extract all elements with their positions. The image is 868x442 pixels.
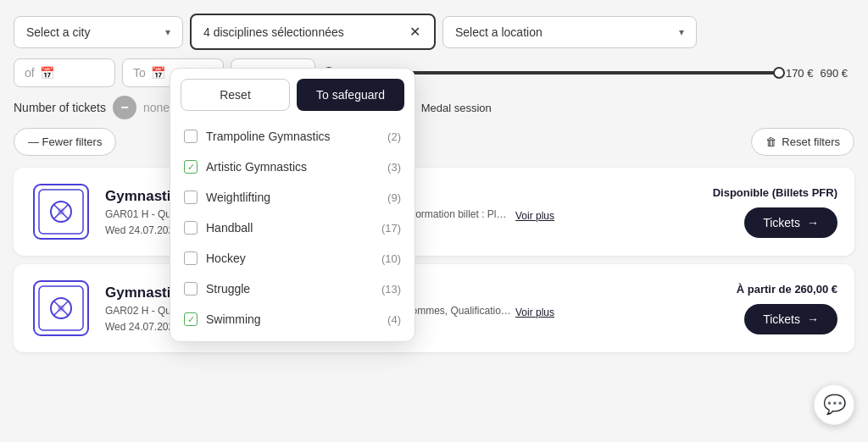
dropdown-item-count: (3) <box>387 161 401 174</box>
dropdown-safeguard-label: To safeguard <box>316 88 385 102</box>
results-list: Gymnastique artistique ♀GAR01 H - Qualif… <box>14 168 854 352</box>
price-label: À partir de 260,00 € <box>737 283 837 296</box>
voir-plus-link[interactable]: Voir plus <box>515 307 554 318</box>
date-from-label: of <box>25 66 35 80</box>
price-thumb-right[interactable] <box>773 67 785 79</box>
dropdown-item-label: Handball <box>206 221 253 235</box>
dropdown-items: Trampoline Gymnastics(2)✓Artistic Gymnas… <box>170 121 415 334</box>
dropdown-item-label: Struggle <box>206 282 250 296</box>
location-select[interactable]: Select a location ▾ <box>442 16 697 48</box>
event-action: À partir de 260,00 €Tickets→ <box>737 283 837 334</box>
dropdown-item-count: (10) <box>381 252 401 265</box>
checkbox-unchecked[interactable] <box>184 221 198 235</box>
tickets-button[interactable]: Tickets→ <box>744 207 837 238</box>
svg-point-3 <box>58 208 64 215</box>
medal-label: Medal session <box>421 102 492 114</box>
discipline-dropdown: Reset To safeguard Trampoline Gymnastics… <box>170 68 415 342</box>
event-icon <box>31 278 92 339</box>
tickets-label: Tickets <box>763 312 800 326</box>
arrow-icon: → <box>807 216 819 229</box>
checkbox-unchecked[interactable] <box>184 191 198 204</box>
close-discipline-button[interactable]: ✕ <box>408 24 422 40</box>
svg-point-7 <box>58 305 64 312</box>
availability-label: Disponible (Billets PFR) <box>713 186 837 199</box>
tickets-value: none <box>143 101 170 114</box>
chat-button[interactable]: 💬 <box>814 384 854 425</box>
trash-icon: 🗑 <box>765 135 776 148</box>
reset-filters-button[interactable]: 🗑 Reset filters <box>751 128 854 156</box>
dropdown-item[interactable]: ✓Swimming(4) <box>170 304 415 334</box>
tickets-button[interactable]: Tickets→ <box>744 304 837 334</box>
dropdown-item-count: (2) <box>387 130 401 143</box>
discipline-value: 4 disciplines sélectionnées <box>203 25 344 39</box>
city-chevron-icon: ▾ <box>165 26 170 38</box>
dropdown-item-label: Trampoline Gymnastics <box>206 130 331 143</box>
city-placeholder: Select a city <box>26 25 90 39</box>
dropdown-safeguard-button[interactable]: To safeguard <box>297 79 404 111</box>
result-card: Gymnastique artistique ♂GAR02 H - Qualif… <box>14 264 854 352</box>
arrow-icon: → <box>807 312 819 326</box>
dropdown-item-label: Swimming <box>206 312 261 326</box>
dropdown-item-count: (4) <box>387 313 401 326</box>
chat-icon: 💬 <box>823 394 846 416</box>
event-icon <box>31 181 92 242</box>
dropdown-item-label: Hockey <box>206 251 246 265</box>
checkbox-unchecked[interactable] <box>184 282 198 296</box>
dropdown-actions: Reset To safeguard <box>170 79 415 121</box>
dropdown-item[interactable]: Struggle(13) <box>170 273 415 304</box>
date-to-label: To <box>133 66 146 80</box>
discipline-select[interactable]: 4 disciplines sélectionnées ✕ <box>190 14 436 50</box>
fewer-filters-label: — Fewer filters <box>28 135 102 148</box>
dropdown-item-count: (13) <box>381 283 401 296</box>
dropdown-reset-button[interactable]: Reset <box>181 79 290 111</box>
dropdown-item-count: (17) <box>381 222 401 235</box>
checkbox-checked[interactable]: ✓ <box>184 312 198 326</box>
dropdown-item-label: Artistic Gymnastics <box>206 160 307 174</box>
checkbox-checked[interactable]: ✓ <box>184 160 198 174</box>
dropdown-item-count: (9) <box>387 191 401 204</box>
event-action: Disponible (Billets PFR)Tickets→ <box>713 186 837 238</box>
city-select[interactable]: Select a city ▾ <box>14 16 183 48</box>
tickets-label: Tickets <box>763 216 800 229</box>
voir-plus-link[interactable]: Voir plus <box>515 210 554 222</box>
dropdown-reset-label: Reset <box>220 88 251 102</box>
reset-filters-label: Reset filters <box>782 135 840 148</box>
location-placeholder: Select a location <box>455 25 542 39</box>
dropdown-item[interactable]: Hockey(10) <box>170 243 415 273</box>
calendar-icon: 📅 <box>40 66 54 80</box>
checkbox-unchecked[interactable] <box>184 130 198 143</box>
price-max-label: 690 € <box>820 67 848 80</box>
date-from-input[interactable]: of 📅 <box>14 58 115 87</box>
dropdown-item-label: Weightlifting <box>206 191 270 204</box>
calendar-to-icon: 📅 <box>151 66 165 80</box>
tickets-label: Number of tickets <box>14 101 106 114</box>
dropdown-item[interactable]: Trampoline Gymnastics(2) <box>170 121 415 152</box>
checkbox-unchecked[interactable] <box>184 251 198 265</box>
dropdown-item[interactable]: Weightlifting(9) <box>170 182 415 213</box>
dropdown-item[interactable]: ✓Artistic Gymnastics(3) <box>170 152 415 182</box>
location-chevron-icon: ▾ <box>679 26 684 38</box>
dropdown-item[interactable]: Handball(17) <box>170 213 415 243</box>
tickets-minus-button[interactable]: − <box>113 96 136 119</box>
price-min-label: 170 € <box>786 67 814 80</box>
fewer-filters-button[interactable]: — Fewer filters <box>14 128 116 156</box>
result-card: Gymnastique artistique ♀GAR01 H - Qualif… <box>14 168 854 256</box>
